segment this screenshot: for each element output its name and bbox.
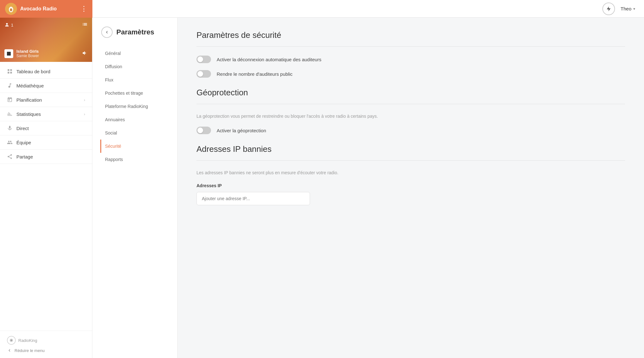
toggle-auto-disconnect[interactable]: [196, 56, 211, 63]
sidebar-footer: RadioKing Réduire le menu: [0, 331, 92, 358]
security-section-title: Paramètres de sécurité: [196, 30, 625, 40]
ip-ban-title: Adresses IP bannies: [196, 144, 625, 154]
settings-nav-panel: Paramètres Général Diffusion Flux Pochet…: [92, 18, 178, 358]
track-artist: Samie Bower: [16, 54, 39, 58]
settings-menu-plateforme[interactable]: Plateforme RadioKing: [100, 100, 177, 113]
volume-icon[interactable]: [82, 50, 88, 57]
now-playing-panel: 1 Island Girls Samie Bower: [0, 18, 92, 62]
sidebar-label-mediatheque: Médiathèque: [16, 83, 44, 88]
toggle-geoprotection[interactable]: [196, 127, 211, 134]
bolt-button[interactable]: [602, 3, 615, 15]
toggle-auto-disconnect-row: Activer la déconnexion automatique des a…: [196, 56, 625, 63]
user-chevron-icon: ▾: [633, 7, 635, 11]
settings-menu-annuaires[interactable]: Annuaires: [100, 113, 177, 126]
svg-rect-2: [8, 69, 9, 71]
app-logo: [5, 3, 17, 15]
svg-rect-3: [10, 69, 12, 71]
toggle-public-listeners-label: Rendre le nombre d'auditeurs public: [217, 71, 293, 77]
content-area: Paramètres de sécurité Activer la déconn…: [178, 18, 644, 358]
track-title: Island Girls: [16, 49, 39, 54]
sidebar-item-direct[interactable]: Direct: [0, 121, 92, 135]
app-name: Avocado Radio: [20, 6, 57, 12]
toggle-auto-disconnect-label: Activer la déconnexion automatique des a…: [217, 57, 321, 62]
toggle-public-listeners-row: Rendre le nombre d'auditeurs public: [196, 70, 625, 78]
sidebar-item-tableau[interactable]: Tableau de bord: [0, 64, 92, 79]
sidebar-label-partage: Partage: [16, 154, 33, 159]
settings-menu-rapports[interactable]: Rapports: [100, 153, 177, 166]
playlist-icon[interactable]: [82, 21, 88, 28]
radioking-logo: RadioKing: [7, 336, 85, 345]
svg-rect-4: [8, 72, 9, 74]
user-name: Theo: [621, 6, 631, 11]
geoprotection-title: Géoprotection: [196, 88, 625, 98]
settings-menu-securite[interactable]: Sécurité: [100, 140, 177, 153]
sidebar-item-statistiques[interactable]: Statistiques ›: [0, 107, 92, 121]
track-info: Island Girls Samie Bower: [4, 49, 88, 58]
sidebar-item-partage[interactable]: Partage: [0, 150, 92, 164]
toggle-geoprotection-label: Activer la géoprotection: [217, 128, 266, 133]
sidebar-item-mediatheque[interactable]: Médiathèque: [0, 79, 92, 93]
settings-menu-pochettes[interactable]: Pochettes et titrage: [100, 87, 177, 100]
toggle-public-listeners[interactable]: [196, 70, 211, 78]
sidebar: 1 Island Girls Samie Bower: [0, 18, 92, 358]
geoprotection-description: La géoprotection vous permet de restrein…: [196, 113, 625, 120]
statistiques-chevron-icon: ›: [84, 112, 85, 116]
planification-chevron-icon: ›: [84, 98, 85, 102]
ip-ban-description: Les adresses IP bannies ne seront plus e…: [196, 170, 625, 176]
ip-field-label: Adresses IP: [196, 183, 625, 188]
settings-menu-diffusion[interactable]: Diffusion: [100, 60, 177, 73]
sidebar-item-equipe[interactable]: Équipe: [0, 135, 92, 150]
sidebar-item-planification[interactable]: Planification ›: [0, 93, 92, 107]
settings-title: Paramètres: [116, 28, 154, 36]
toggle-geoprotection-row: Activer la géoprotection: [196, 127, 625, 134]
user-menu[interactable]: Theo ▾: [621, 6, 635, 11]
settings-menu-social[interactable]: Social: [100, 126, 177, 140]
settings-menu-general[interactable]: Général: [100, 47, 177, 60]
listeners-count: 1: [4, 22, 13, 27]
settings-menu-flux[interactable]: Flux: [100, 73, 177, 87]
svg-point-1: [10, 9, 12, 11]
reduce-menu-button[interactable]: Réduire le menu: [7, 348, 85, 353]
sidebar-nav: Tableau de bord Médiathèque Planificatio…: [0, 62, 92, 331]
stop-button[interactable]: [4, 49, 13, 58]
radioking-label: RadioKing: [18, 338, 37, 343]
header-dots[interactable]: ⋮: [80, 5, 87, 13]
svg-rect-5: [10, 72, 12, 74]
svg-point-8: [11, 340, 12, 341]
sidebar-label-statistiques: Statistiques: [16, 111, 41, 117]
back-button[interactable]: [101, 27, 113, 38]
ip-address-input[interactable]: [196, 192, 310, 205]
sidebar-cover: 1 Island Girls Samie Bower: [0, 18, 92, 62]
sidebar-label-tableau: Tableau de bord: [16, 69, 50, 74]
reduce-menu-label: Réduire le menu: [15, 348, 44, 353]
sidebar-label-equipe: Équipe: [16, 140, 31, 145]
sidebar-label-direct: Direct: [16, 126, 29, 131]
sidebar-label-planification: Planification: [16, 97, 42, 103]
